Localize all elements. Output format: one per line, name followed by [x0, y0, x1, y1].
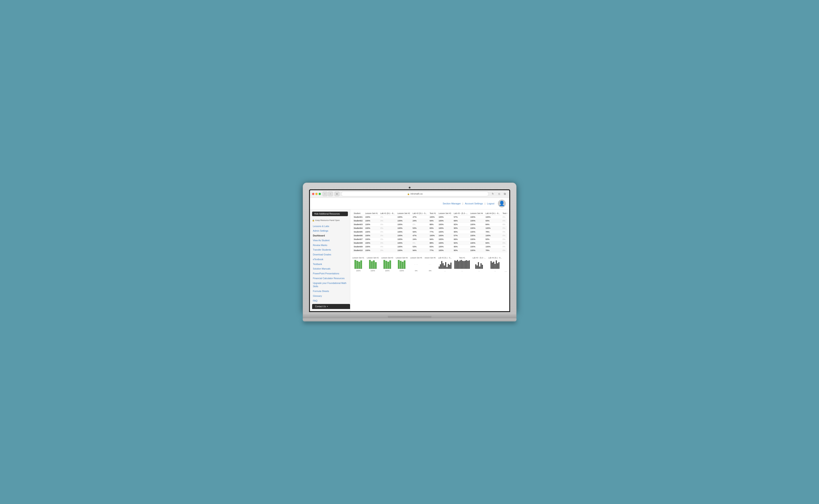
minimize-button[interactable]	[315, 193, 318, 195]
grade-cell: 77%	[428, 230, 437, 234]
table-row: Student05100%0%100%94%77%100%90%100%78%0…	[353, 230, 507, 234]
grade-cell: 78%	[484, 248, 501, 252]
grade-cell: 90%	[452, 226, 469, 230]
back-button[interactable]: ‹	[323, 192, 327, 196]
grade-cell: 0%	[411, 222, 428, 226]
bar	[385, 261, 387, 269]
sidebar-item-download-grades[interactable]: Download Grades	[310, 252, 350, 257]
table-row: Student02100%0%100%24%94%100%66%100%93%0…	[353, 219, 507, 222]
chart-label-ls6: esson Set #6	[425, 257, 436, 259]
forward-button[interactable]: ›	[328, 192, 333, 196]
col-header-test2: Test #2	[501, 212, 507, 215]
grade-cell: 100%	[469, 230, 484, 234]
table-row: Student01100%0%100%47%100%100%57%100%100…	[353, 215, 507, 219]
sidebar-item-review-marks[interactable]: Review Marks	[310, 243, 350, 248]
sidebar-item-formula-sheets[interactable]: Formula Sheets	[310, 289, 350, 294]
sidebar-item-testbank[interactable]: Testbank	[310, 262, 350, 267]
grade-cell: 88%	[428, 222, 437, 226]
bar	[493, 262, 494, 269]
address-bar[interactable]: 🔒 intromath.ca	[341, 192, 489, 196]
sidebar-item-lessons-labs[interactable]: Lessons & Labs	[310, 224, 350, 229]
table-row: Student10100%0%100%94%77%100%90%100%78%0…	[353, 248, 507, 252]
bar	[373, 260, 375, 269]
share-button[interactable]: ⎋	[497, 192, 501, 196]
col-header-lesson3: Lesson Set #3	[437, 212, 453, 215]
grade-cell: 47%	[411, 215, 428, 219]
grade-cell: 100%	[437, 241, 453, 245]
lesson-bars-1	[354, 260, 362, 269]
grade-cell: 100%	[469, 219, 484, 222]
logout-link[interactable]: Logout	[487, 202, 494, 205]
col-header-lesson4: Lesson Set #4	[469, 212, 484, 215]
grade-cell: 100%	[469, 226, 484, 230]
sidebar-item-financial-calc[interactable]: Financial Calculator Resources	[310, 276, 350, 281]
grade-cell: 100%	[437, 219, 453, 222]
grade-cell: 100%	[364, 248, 379, 252]
refresh-button[interactable]: ↻	[490, 192, 495, 196]
bar	[461, 260, 462, 269]
sidebar-item-glossary[interactable]: Glossary	[310, 294, 350, 299]
grade-cell: 100%	[396, 222, 411, 226]
chart-label-ls5: Lesson Set #5	[410, 257, 422, 259]
close-button[interactable]	[312, 193, 314, 195]
sidebar-item-powerpoint[interactable]: PowerPoint Presentations	[310, 271, 350, 276]
grade-cell: 92%	[452, 241, 469, 245]
table-row: Student08100%0%100%0%88%100%92%100%84%0%	[353, 241, 507, 245]
col-header-student: Student	[353, 212, 364, 215]
bar	[462, 261, 463, 269]
keep-panel-open: 🔒 Keep Resource Panel Open	[310, 218, 350, 223]
maximize-button[interactable]	[319, 193, 321, 195]
bar	[375, 262, 377, 269]
chart-label-test1: Test #1	[459, 257, 465, 259]
bar	[463, 261, 465, 269]
grade-cell: 100%	[469, 241, 484, 245]
section-manager-link[interactable]: Section Manager	[443, 202, 461, 205]
contact-us-button[interactable]: Contact Us +	[312, 304, 350, 309]
student-name-cell: Student08	[353, 241, 364, 245]
grade-cell: 100%	[396, 245, 411, 248]
grade-cell: 94%	[411, 248, 428, 252]
reader-button[interactable]: ⊞	[335, 192, 339, 196]
bar	[458, 261, 459, 269]
sidebar-item-view-as-student[interactable]: View As Student	[310, 238, 350, 243]
grade-cell: 93%	[484, 237, 501, 241]
grade-cell: 100%	[437, 226, 453, 230]
grade-cell: 57%	[452, 215, 469, 219]
grade-cell: 100%	[437, 222, 453, 226]
grade-cell: 100%	[484, 215, 501, 219]
sidebar-item-transfer-students[interactable]: Transfer Students	[310, 248, 350, 252]
duplicate-button[interactable]: ⧉	[503, 192, 507, 196]
grade-cell: 0%	[501, 241, 507, 245]
grade-cell: 100%	[396, 248, 411, 252]
grade-cell: 100%	[396, 234, 411, 237]
avatar: 👤	[498, 200, 506, 207]
chart-pct-lab4: ...	[494, 270, 496, 272]
bar	[383, 260, 385, 269]
bar	[389, 260, 391, 269]
sidebar-item-admin-settings[interactable]: Admin Settings	[310, 229, 350, 233]
table-row: Student09100%0%100%53%83%100%90%100%100%…	[353, 245, 507, 248]
sidebar-item-etextbook[interactable]: eTextbook	[310, 257, 350, 262]
bar	[454, 260, 455, 269]
screen-inner: ‹ › ⊞ 🔒 intromath.ca ↻ ⎋ ⧉	[309, 189, 510, 312]
bar	[446, 267, 448, 269]
grade-cell: 0%	[501, 237, 507, 241]
grade-cell: 93%	[484, 219, 501, 222]
bar	[467, 261, 468, 269]
sidebar-item-foundational-math[interactable]: Upgrade your Foundational Math Skills	[310, 281, 350, 289]
grade-cell: 88%	[428, 241, 437, 245]
sidebar-item-faq[interactable]: FAQ	[310, 299, 350, 303]
lesson-bars-3	[383, 260, 391, 269]
sidebar-item-solution-manuals[interactable]: Solution Manuals	[310, 266, 350, 271]
grade-cell: 0%	[501, 222, 507, 226]
account-settings-link[interactable]: Account Settings	[465, 202, 483, 205]
grade-cell: 83%	[428, 226, 437, 230]
grades-table-wrapper: Student Lesson Set #1 Lab #1 (8.1 - 8...…	[353, 212, 507, 252]
grade-cell: 100%	[396, 237, 411, 241]
lesson-bars-2	[369, 260, 377, 269]
bar	[466, 260, 467, 269]
browser-actions: ⎋ ⧉	[497, 192, 507, 196]
grade-cell: 53%	[411, 226, 428, 230]
hide-resources-button[interactable]: Hide Additional Resources	[312, 212, 348, 216]
table-row: Student07100%0%100%24%94%100%66%100%93%0…	[353, 237, 507, 241]
